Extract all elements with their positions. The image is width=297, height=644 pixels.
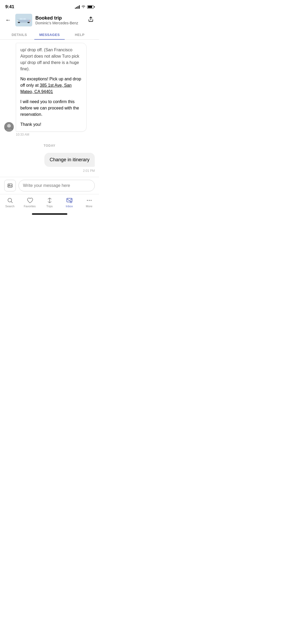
user-message-text: Change in itinerary [50, 157, 89, 162]
tab-help[interactable]: HELP [65, 30, 95, 39]
nav-search-label: Search [5, 205, 15, 208]
nav-more[interactable]: More [81, 197, 97, 208]
share-button[interactable] [87, 15, 95, 25]
host-msg-p4: Thank you! [20, 121, 82, 128]
nav-more-label: More [86, 205, 92, 208]
nav-favorites[interactable]: Favorites [22, 197, 38, 208]
svg-rect-11 [4, 127, 14, 132]
signal-icon [75, 5, 80, 9]
status-icons [75, 5, 94, 9]
back-button[interactable]: ← [4, 16, 12, 25]
search-icon [7, 197, 13, 204]
wifi-icon [81, 5, 86, 8]
header-subtitle: Dominic's Mercedes-Benz [35, 21, 84, 25]
status-time: 9:41 [5, 4, 14, 10]
host-msg-partial: up/ drop off. (San Francisco Airport doe… [20, 47, 82, 72]
nav-favorites-label: Favorites [24, 205, 36, 208]
host-avatar [4, 122, 14, 132]
svg-rect-3 [27, 22, 30, 23]
status-bar: 9:41 [0, 0, 99, 12]
svg-point-17 [89, 200, 90, 201]
svg-rect-5 [23, 18, 26, 20]
bottom-nav: Search Favorites Trips [0, 194, 99, 209]
inbox-icon [66, 197, 73, 204]
host-message-bubble: up/ drop off. (San Francisco Airport doe… [16, 43, 87, 132]
messages-area: up/ drop off. (San Francisco Airport doe… [0, 40, 99, 177]
svg-rect-6 [17, 20, 18, 21]
svg-rect-12 [8, 184, 12, 187]
tab-details[interactable]: DETAILS [4, 30, 34, 39]
car-thumbnail [15, 14, 32, 26]
day-divider: TODAY [0, 139, 99, 152]
heart-icon [26, 197, 33, 204]
host-msg-p3: I will need you to confirm this before w… [20, 99, 82, 118]
host-msg-p2: No exceptions! Pick up and drop off only… [20, 76, 82, 95]
host-message-time: 10:33 AM [0, 132, 99, 139]
tab-bar: DETAILS MESSAGES HELP [0, 30, 99, 40]
svg-point-16 [87, 200, 88, 201]
tab-messages[interactable]: MESSAGES [34, 30, 64, 39]
nav-trips[interactable]: Trips [42, 197, 58, 208]
user-message-bubble: Change in itinerary [44, 153, 95, 167]
battery-icon [87, 5, 94, 9]
svg-rect-2 [18, 22, 20, 23]
header: ← Booked trip Dominic's Mercedes-Benz [0, 12, 99, 30]
more-icon [86, 197, 93, 204]
svg-rect-7 [29, 20, 31, 21]
nav-inbox-label: Inbox [66, 205, 73, 208]
header-title: Booked trip [35, 15, 84, 21]
input-area [0, 177, 99, 194]
svg-rect-4 [20, 18, 23, 20]
svg-point-15 [70, 201, 72, 203]
svg-point-9 [7, 124, 11, 128]
nav-search[interactable]: Search [2, 197, 18, 208]
user-message-row: Change in itinerary [0, 152, 99, 168]
trips-icon [46, 197, 53, 204]
image-attach-button[interactable] [4, 180, 16, 191]
svg-point-0 [83, 7, 84, 8]
nav-trips-label: Trips [46, 205, 53, 208]
header-text: Booked trip Dominic's Mercedes-Benz [35, 15, 84, 25]
svg-point-18 [91, 200, 92, 201]
nav-inbox[interactable]: Inbox [62, 197, 77, 208]
message-input[interactable] [18, 180, 95, 191]
user-message-time: 2:01 PM [0, 168, 99, 177]
home-indicator [0, 209, 99, 218]
